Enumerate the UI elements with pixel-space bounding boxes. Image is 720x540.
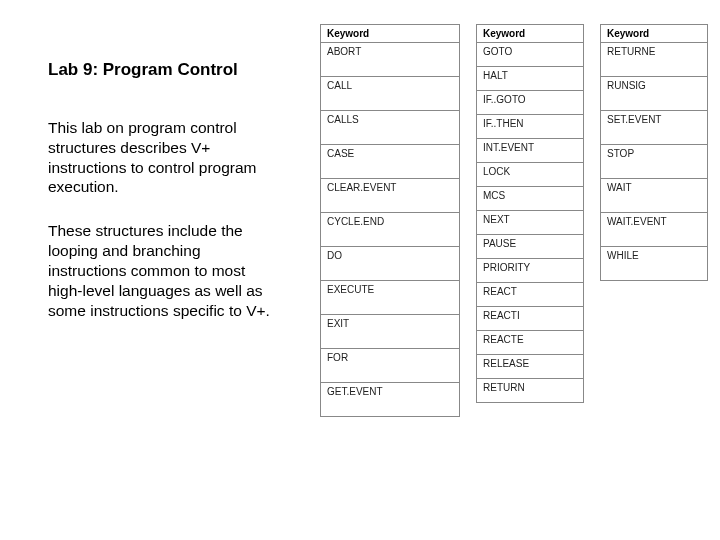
keyword-cell: RETURN xyxy=(477,379,584,403)
intro-paragraph-1: This lab on program control structures d… xyxy=(48,118,280,197)
keyword-cell: HALT xyxy=(477,67,584,91)
table-body-1: ABORTCALLCALLSCASECLEAR.EVENTCYCLE.ENDDO… xyxy=(321,43,460,417)
keyword-cell: REACT xyxy=(477,283,584,307)
keyword-cell: INT.EVENT xyxy=(477,139,584,163)
keyword-cell: EXIT xyxy=(321,315,460,349)
table-header: Keyword xyxy=(321,25,460,43)
keyword-cell: MCS xyxy=(477,187,584,211)
table-header: Keyword xyxy=(601,25,708,43)
page-title: Lab 9: Program Control xyxy=(48,60,280,80)
keyword-cell: WAIT.EVENT xyxy=(601,213,708,247)
keyword-table-3: Keyword RETURNERUNSIGSET.EVENTSTOPWAITWA… xyxy=(600,24,708,281)
table-body-2: GOTOHALTIF..GOTOIF..THENINT.EVENTLOCKMCS… xyxy=(477,43,584,403)
table-header: Keyword xyxy=(477,25,584,43)
slide: Lab 9: Program Control This lab on progr… xyxy=(0,0,720,540)
keyword-table-2: Keyword GOTOHALTIF..GOTOIF..THENINT.EVEN… xyxy=(476,24,584,403)
keyword-cell: SET.EVENT xyxy=(601,111,708,145)
keyword-cell: REACTI xyxy=(477,307,584,331)
keyword-cell: REACTE xyxy=(477,331,584,355)
keyword-cell: IF..GOTO xyxy=(477,91,584,115)
keyword-cell: STOP xyxy=(601,145,708,179)
keyword-tables: Keyword ABORTCALLCALLSCASECLEAR.EVENTCYC… xyxy=(320,24,708,417)
table-body-3: RETURNERUNSIGSET.EVENTSTOPWAITWAIT.EVENT… xyxy=(601,43,708,281)
keyword-cell: CYCLE.END xyxy=(321,213,460,247)
keyword-cell: PRIORITY xyxy=(477,259,584,283)
keyword-cell: ABORT xyxy=(321,43,460,77)
keyword-cell: CALL xyxy=(321,77,460,111)
keyword-cell: RUNSIG xyxy=(601,77,708,111)
keyword-cell: EXECUTE xyxy=(321,281,460,315)
keyword-cell: PAUSE xyxy=(477,235,584,259)
text-column: Lab 9: Program Control This lab on progr… xyxy=(48,60,280,344)
intro-paragraph-2: These structures include the looping and… xyxy=(48,221,280,320)
keyword-cell: FOR xyxy=(321,349,460,383)
keyword-cell: RETURNE xyxy=(601,43,708,77)
keyword-cell: NEXT xyxy=(477,211,584,235)
keyword-cell: RELEASE xyxy=(477,355,584,379)
keyword-table-1: Keyword ABORTCALLCALLSCASECLEAR.EVENTCYC… xyxy=(320,24,460,417)
keyword-cell: CALLS xyxy=(321,111,460,145)
keyword-cell: DO xyxy=(321,247,460,281)
keyword-cell: LOCK xyxy=(477,163,584,187)
keyword-cell: CASE xyxy=(321,145,460,179)
keyword-cell: CLEAR.EVENT xyxy=(321,179,460,213)
keyword-cell: IF..THEN xyxy=(477,115,584,139)
keyword-cell: GET.EVENT xyxy=(321,383,460,417)
keyword-cell: WHILE xyxy=(601,247,708,281)
keyword-cell: WAIT xyxy=(601,179,708,213)
keyword-cell: GOTO xyxy=(477,43,584,67)
